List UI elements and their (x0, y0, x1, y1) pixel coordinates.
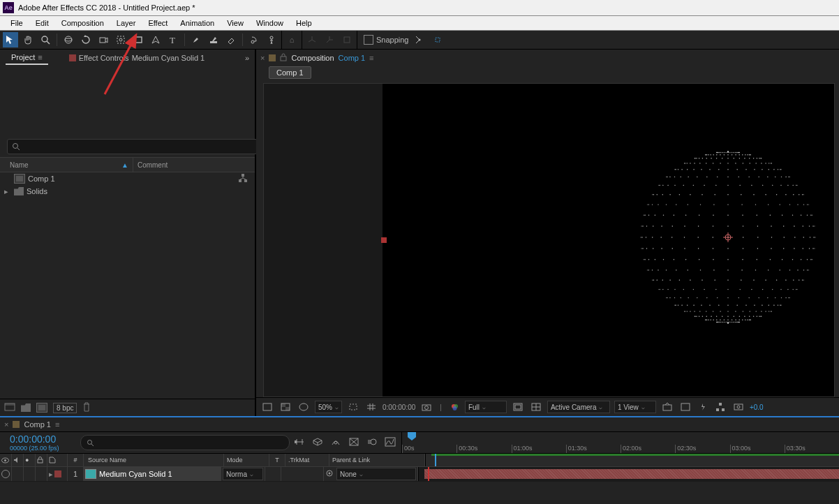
home-icon[interactable]: ⌂ (284, 32, 299, 47)
playhead-line[interactable] (435, 454, 436, 466)
views-dropdown[interactable]: 1 View (614, 401, 656, 413)
layer-row[interactable]: ▸ 1 Medium Cyan Solid 1 Norma None (0, 467, 839, 482)
col-solo-icon[interactable]: ● (24, 454, 36, 466)
brush-tool[interactable] (188, 32, 204, 47)
motion-blur-icon[interactable] (366, 437, 378, 448)
viewer-tab[interactable]: Comp 1 (269, 66, 311, 79)
menu-file[interactable]: File (4, 17, 29, 29)
comp-mini-flowchart-icon[interactable] (294, 437, 305, 448)
col-eye-icon[interactable] (0, 454, 12, 466)
roi-toggle-icon[interactable] (511, 403, 525, 411)
col-index[interactable]: # (68, 454, 84, 466)
effect-controls-tab[interactable]: Effect Controls Medium Cyan Solid 1 (69, 54, 205, 62)
work-area-bar[interactable] (431, 454, 839, 456)
menu-edit[interactable]: Edit (29, 17, 55, 29)
interpret-footage-icon[interactable] (4, 402, 15, 413)
project-search-input[interactable] (7, 139, 258, 154)
pickwhip-icon[interactable] (325, 469, 334, 479)
project-item-comp[interactable]: Comp 1 (0, 172, 255, 185)
col-comment[interactable]: Comment (133, 161, 168, 169)
delete-icon[interactable] (82, 402, 91, 413)
mask-icon[interactable] (297, 403, 311, 411)
layer-label-swatch[interactable] (54, 470, 61, 477)
snap-edge-icon[interactable] (412, 32, 427, 47)
visibility-toggle[interactable] (1, 470, 10, 478)
menu-animation[interactable]: Animation (174, 17, 221, 29)
hide-shy-icon[interactable] (330, 437, 341, 448)
exposure-value[interactable]: +0.0 (750, 403, 764, 411)
hand-tool[interactable] (20, 32, 36, 47)
transparency-grid-icon[interactable] (279, 403, 292, 411)
puppet-tool[interactable] (264, 32, 279, 47)
always-preview-icon[interactable] (260, 403, 274, 411)
col-audio-icon[interactable] (12, 454, 24, 466)
draft-3d-icon[interactable] (312, 437, 323, 448)
menu-layer[interactable]: Layer (110, 17, 142, 29)
close-tab-icon[interactable]: × (260, 54, 265, 62)
selection-tool[interactable] (3, 32, 18, 47)
current-time[interactable]: 0:00:00:00 (10, 433, 76, 445)
camera-dropdown[interactable]: Active Camera (547, 401, 610, 413)
timeline-search-input[interactable] (80, 435, 290, 450)
menu-effect[interactable]: Effect (142, 17, 174, 29)
safe-zones-icon[interactable] (529, 403, 543, 411)
resolution-dropdown[interactable]: Full (465, 401, 507, 413)
channel-icon[interactable] (448, 403, 461, 411)
snapshot-icon[interactable] (420, 403, 433, 411)
col-trkmat[interactable]: .TrkMat (285, 454, 329, 466)
clone-tool[interactable] (206, 32, 221, 47)
col-source-name[interactable]: Source Name (84, 454, 224, 466)
camera-tool[interactable] (96, 32, 111, 47)
anchor-point-icon[interactable] (723, 232, 733, 242)
timeline-tab[interactable]: Comp 1 (24, 420, 51, 429)
rectangle-tool[interactable] (131, 32, 146, 47)
share-view-icon[interactable] (660, 403, 674, 411)
local-axis-icon[interactable] (304, 32, 320, 47)
composition-viewer[interactable] (263, 83, 835, 397)
text-tool[interactable]: T (165, 32, 181, 47)
twirl-icon[interactable]: ▸ (49, 470, 53, 479)
bpc-label[interactable]: 8 bpc (53, 403, 77, 413)
roto-tool[interactable] (246, 32, 262, 47)
time-ruler[interactable]: 00s00:30s01:00s01:30s02:00s02:30s03:00s0… (402, 440, 839, 453)
layer-duration-bar[interactable] (424, 469, 839, 479)
rotation-tool[interactable] (78, 32, 94, 47)
sort-indicator-icon[interactable]: ▲ (121, 161, 128, 169)
grid-icon[interactable] (364, 403, 378, 411)
layer-handle[interactable] (381, 237, 387, 243)
project-item-folder[interactable]: ▸ Solids (0, 185, 255, 198)
panel-overflow-icon[interactable]: » (245, 54, 249, 62)
render-icon[interactable] (732, 403, 745, 411)
menu-window[interactable]: Window (250, 17, 290, 29)
close-tab-icon[interactable]: × (4, 420, 8, 429)
menu-view[interactable]: View (221, 17, 250, 29)
fast-preview-icon[interactable] (697, 403, 709, 411)
layer-name[interactable]: Medium Cyan Solid 1 (99, 470, 172, 478)
col-mode[interactable]: Mode (224, 454, 269, 466)
world-axis-icon[interactable] (322, 32, 337, 47)
new-folder-icon[interactable] (21, 403, 31, 412)
orbit-tool[interactable] (61, 32, 76, 47)
roi-icon[interactable] (346, 403, 360, 411)
menu-help[interactable]: Help (290, 17, 318, 29)
col-label-icon[interactable] (47, 454, 68, 466)
pan-behind-tool[interactable] (113, 32, 128, 47)
col-t[interactable]: T (269, 454, 285, 466)
zoom-dropdown[interactable]: 50% (315, 401, 342, 413)
snap-center-icon[interactable] (430, 32, 445, 47)
graph-editor-icon[interactable] (385, 437, 396, 448)
blend-mode-dropdown[interactable]: Norma (223, 468, 263, 480)
parent-dropdown[interactable]: None (336, 468, 416, 480)
twirl-icon[interactable]: ▸ (4, 187, 11, 196)
pen-tool[interactable] (148, 32, 163, 47)
comp-name-link[interactable]: Comp 1 (339, 54, 366, 62)
view-axis-icon[interactable] (339, 32, 355, 47)
viewer-time[interactable]: 0:00:00:00 (383, 403, 415, 411)
timeline-icon[interactable] (713, 403, 727, 411)
eraser-tool[interactable] (223, 32, 239, 47)
project-tab[interactable]: Project≡ (6, 51, 48, 65)
col-parent[interactable]: Parent & Link (329, 454, 425, 466)
zoom-tool[interactable] (38, 32, 53, 47)
lock-icon[interactable] (280, 53, 287, 63)
pixel-aspect-icon[interactable] (678, 403, 692, 411)
